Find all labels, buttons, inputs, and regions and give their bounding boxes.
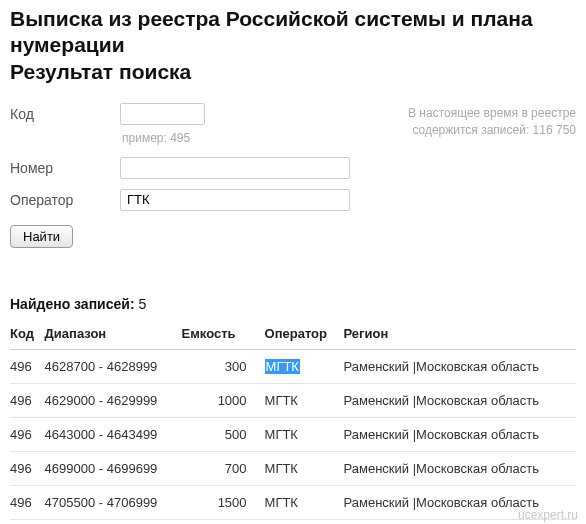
table-row: 4964705500 - 47069991500МГТКРаменский |М… [10, 485, 576, 519]
table-row: 4964643000 - 4643499500МГТКРаменский |Мо… [10, 417, 576, 451]
cell-capacity: 700 [182, 451, 265, 485]
registry-status: В настоящее время в реестре содержится з… [386, 103, 576, 139]
results-count-value: 5 [138, 296, 146, 312]
title-line-2: Результат поиска [10, 60, 191, 83]
code-hint: пример: 495 [122, 131, 386, 145]
cell-operator: МГТК [265, 417, 344, 451]
cell-code: 496 [10, 485, 45, 519]
cell-code: 496 [10, 383, 45, 417]
highlighted-text: МГТК [265, 359, 300, 374]
cell-range: 4628700 - 4628999 [45, 349, 182, 383]
title-line-1: Выписка из реестра Российской системы и … [10, 7, 533, 56]
cell-range: 4643000 - 4643499 [45, 417, 182, 451]
col-range: Диапазон [45, 318, 182, 350]
cell-code: 496 [10, 451, 45, 485]
status-line-1: В настоящее время в реестре [386, 105, 576, 122]
cell-capacity: 1500 [182, 485, 265, 519]
search-form: Код пример: 495 Номер Оператор Найти В н… [10, 103, 576, 248]
col-capacity: Емкость [182, 318, 265, 350]
code-input[interactable] [120, 103, 205, 125]
col-operator: Оператор [265, 318, 344, 350]
cell-region: Раменский |Московская область [344, 417, 577, 451]
cell-capacity: 500 [182, 417, 265, 451]
cell-capacity: 300 [182, 349, 265, 383]
cell-code: 496 [10, 349, 45, 383]
cell-operator: МГТК [265, 383, 344, 417]
col-code: Код [10, 318, 45, 350]
operator-input[interactable] [120, 189, 350, 211]
table-row: 4964629000 - 46299991000МГТКРаменский |М… [10, 383, 576, 417]
search-button[interactable]: Найти [10, 225, 73, 248]
operator-label: Оператор [10, 192, 120, 208]
results-count: Найдено записей: 5 [10, 296, 576, 312]
table-header-row: Код Диапазон Емкость Оператор Регион [10, 318, 576, 350]
cell-region: Раменский |Московская область [344, 451, 577, 485]
cell-code: 496 [10, 417, 45, 451]
number-label: Номер [10, 160, 120, 176]
results-count-label: Найдено записей: [10, 296, 135, 312]
cell-range: 4699000 - 4699699 [45, 451, 182, 485]
cell-operator: МГТК [265, 349, 344, 383]
cell-capacity: 1000 [182, 383, 265, 417]
code-label: Код [10, 106, 120, 122]
cell-region: Раменский |Московская область [344, 383, 577, 417]
number-input[interactable] [120, 157, 350, 179]
col-region: Регион [344, 318, 577, 350]
results-table: Код Диапазон Емкость Оператор Регион 496… [10, 318, 576, 520]
cell-region: Раменский |Московская область [344, 349, 577, 383]
cell-operator: МГТК [265, 451, 344, 485]
watermark: ucexpert.ru [518, 508, 578, 522]
table-row: 4964628700 - 4628999300МГТКРаменский |Мо… [10, 349, 576, 383]
table-row: 4964699000 - 4699699700МГТКРаменский |Мо… [10, 451, 576, 485]
cell-operator: МГТК [265, 485, 344, 519]
status-line-2: содержится записей: 116 750 [386, 122, 576, 139]
page-title: Выписка из реестра Российской системы и … [10, 6, 576, 85]
cell-range: 4705500 - 4706999 [45, 485, 182, 519]
cell-range: 4629000 - 4629999 [45, 383, 182, 417]
